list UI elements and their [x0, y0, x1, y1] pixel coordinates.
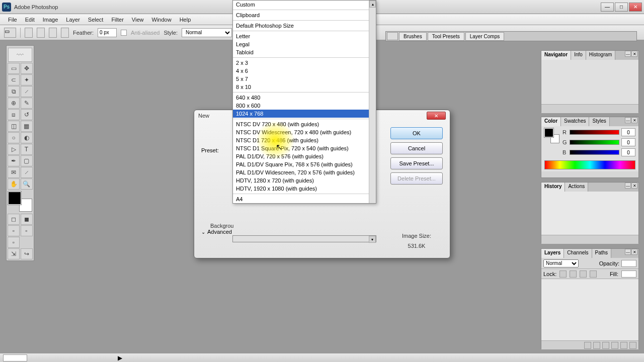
panel-minimize-icon[interactable]: —	[625, 249, 631, 255]
gradient-tool[interactable]: ▦	[21, 121, 33, 132]
g-value[interactable]	[621, 138, 635, 146]
quickmask-off[interactable]: ◻	[8, 214, 20, 225]
dock-tab-tool-presets[interactable]: Tool Presets	[428, 32, 464, 41]
screen-standard[interactable]: ▫	[8, 225, 20, 236]
panel-minimize-icon[interactable]: —	[625, 117, 631, 123]
dropdown-scrollbar[interactable]: ▴	[369, 1, 376, 203]
color-ramp[interactable]	[544, 160, 635, 169]
eyedropper-tool[interactable]: ⟋	[21, 167, 33, 178]
tab-paths[interactable]: Paths	[592, 249, 612, 258]
tab-info[interactable]: Info	[571, 51, 586, 60]
menu-help[interactable]: Help	[176, 15, 195, 24]
scroll-up-icon[interactable]: ▴	[369, 1, 376, 8]
color-panel-swatches[interactable]	[544, 128, 559, 143]
minimize-button[interactable]: —	[601, 3, 614, 12]
preset-option[interactable]: Legal	[233, 40, 376, 48]
move-tool[interactable]: ✥	[21, 63, 33, 74]
menu-layer[interactable]: Layer	[62, 15, 84, 24]
preset-option[interactable]: 1024 x 768	[233, 110, 376, 118]
panel-close-icon[interactable]: ✕	[631, 249, 637, 255]
advanced-toggle[interactable]: Advanced	[207, 229, 232, 235]
preset-option[interactable]: HDTV, 644 x 362 (with guides)	[233, 176, 376, 185]
marquee-tool[interactable]: ▭	[8, 63, 20, 74]
antialiased-checkbox[interactable]	[121, 30, 127, 36]
preset-option[interactable]: Clipboard	[233, 11, 376, 19]
selection-subtract-icon[interactable]	[49, 28, 57, 38]
shape-tool[interactable]: ▢	[21, 155, 33, 166]
navigator-zoom-bar[interactable]	[541, 104, 638, 113]
new-layer-icon[interactable]	[620, 342, 627, 349]
selection-intersect-icon[interactable]	[61, 28, 69, 38]
maximize-button[interactable]: □	[615, 3, 628, 12]
lasso-tool[interactable]: ⊂	[8, 74, 20, 85]
b-value[interactable]	[621, 148, 635, 156]
menu-image[interactable]: Image	[39, 15, 62, 24]
menu-filter[interactable]: Filter	[107, 15, 127, 24]
stamp-tool[interactable]: ⧇	[8, 109, 20, 120]
healing-tool[interactable]: ⊕	[8, 98, 20, 109]
preset-option[interactable]: Tabloid	[233, 48, 376, 56]
selection-add-icon[interactable]	[37, 28, 45, 38]
imageready-switch[interactable]: ↪	[21, 248, 33, 259]
tab-channels[interactable]: Channels	[564, 249, 592, 258]
status-zoom-box[interactable]	[3, 354, 27, 361]
hand-tool[interactable]: ✋	[8, 178, 20, 190]
dock-tab-layer-comps[interactable]: Layer Comps	[465, 32, 504, 41]
dodge-tool[interactable]: ◐	[21, 132, 33, 143]
screen-full-menu[interactable]: ▫	[21, 225, 33, 236]
brush-tool[interactable]: ✎	[21, 98, 33, 109]
preset-option[interactable]: NTSC D1 Square Pix, 720 x 540 (with guid…	[233, 144, 376, 152]
tab-history[interactable]: History	[541, 183, 565, 192]
preset-option[interactable]: NTSC DV 720 x 480 (with guides)	[233, 120, 376, 128]
close-button[interactable]: ✕	[629, 3, 642, 12]
preset-option[interactable]: 5 x 7	[233, 75, 376, 83]
preset-option[interactable]: 2 x 3	[233, 59, 376, 67]
color-swatches[interactable]	[8, 192, 32, 212]
preset-option[interactable]: A4	[233, 195, 376, 203]
pen-tool[interactable]: ✒	[8, 155, 20, 166]
lock-transparency-icon[interactable]	[559, 270, 567, 278]
panel-minimize-icon[interactable]: —	[625, 51, 631, 57]
ok-button[interactable]: OK	[390, 127, 443, 139]
play-icon[interactable]: ▶	[118, 354, 122, 361]
preset-option[interactable]: Default Photoshop Size	[233, 22, 376, 30]
panel-close-icon[interactable]: ✕	[631, 51, 637, 57]
panel-close-icon[interactable]: ✕	[631, 183, 637, 189]
slice-tool[interactable]: ⟋	[21, 86, 33, 97]
r-value[interactable]	[621, 128, 635, 136]
r-slider[interactable]	[570, 130, 619, 135]
preset-option[interactable]: 8 x 10	[233, 83, 376, 91]
fill-input[interactable]	[621, 270, 636, 278]
opacity-input[interactable]	[621, 260, 636, 267]
layer-set-icon[interactable]	[602, 342, 609, 349]
blend-mode-select[interactable]: Normal	[543, 259, 579, 267]
cancel-button[interactable]: Cancel	[390, 142, 443, 154]
save-preset-button[interactable]: Save Preset...	[390, 157, 443, 169]
screen-full[interactable]: ▫	[8, 237, 20, 248]
preset-option[interactable]: 4 x 6	[233, 67, 376, 75]
lock-position-icon[interactable]	[580, 270, 587, 278]
quickmask-on[interactable]: ◼	[21, 214, 33, 225]
tab-layers[interactable]: Layers	[541, 249, 564, 258]
eraser-tool[interactable]: ◫	[8, 121, 20, 132]
scroll-down-icon[interactable]: ▾	[369, 236, 376, 243]
layer-style-icon[interactable]	[584, 342, 591, 349]
dropdown-bottom-bar[interactable]: ▾	[232, 235, 376, 242]
menu-view[interactable]: View	[128, 15, 148, 24]
chevron-down-icon[interactable]: ⌄	[201, 229, 205, 235]
preset-option[interactable]: PAL D1/DV Widescreen, 720 x 576 (with gu…	[233, 168, 376, 176]
wand-tool[interactable]: ✦	[21, 74, 33, 85]
preset-option[interactable]: PAL D1/DV, 720 x 576 (with guides)	[233, 152, 376, 160]
menu-file[interactable]: File	[4, 15, 21, 24]
history-brush-tool[interactable]: ↺	[21, 109, 33, 120]
b-slider[interactable]	[570, 150, 619, 155]
layer-mask-icon[interactable]	[593, 342, 600, 349]
zoom-tool[interactable]: 🔍	[21, 178, 33, 190]
style-select[interactable]: Normal	[182, 28, 232, 37]
preset-option[interactable]: PAL D1/DV Square Pix, 768 x 576 (with gu…	[233, 160, 376, 168]
preset-option[interactable]: 800 x 600	[233, 102, 376, 110]
menu-window[interactable]: Window	[148, 15, 176, 24]
panel-minimize-icon[interactable]: —	[625, 183, 631, 189]
imageready-icon[interactable]: ⇲	[8, 248, 20, 259]
feather-input[interactable]	[98, 28, 117, 37]
